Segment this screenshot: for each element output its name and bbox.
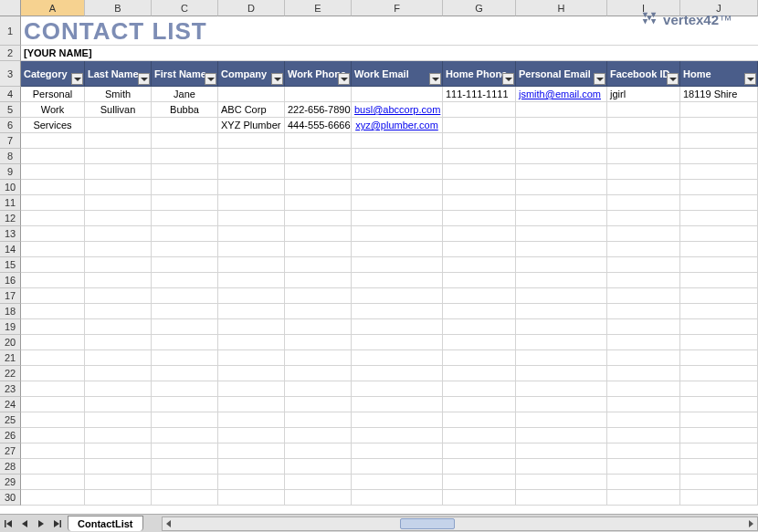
cell[interactable] [218,319,285,335]
cell[interactable] [516,226,607,242]
cell[interactable]: ABC Corp [218,102,285,118]
cell[interactable] [85,412,152,428]
cell[interactable] [443,366,516,381]
cell[interactable] [607,149,680,164]
cell[interactable] [443,195,516,211]
cell[interactable] [218,412,285,428]
cell[interactable] [352,180,443,195]
cell[interactable] [607,102,680,118]
cell[interactable]: XYZ Plumber [218,118,285,133]
column-header[interactable]: C [152,0,218,16]
cell[interactable] [218,242,285,257]
cell[interactable] [607,304,680,319]
cell[interactable] [352,164,443,180]
cell[interactable] [21,459,85,475]
cell[interactable] [285,211,352,226]
cell[interactable] [152,149,218,164]
cell[interactable] [516,16,607,46]
cell[interactable] [218,490,285,506]
cell[interactable] [516,412,607,428]
cell[interactable] [680,459,758,475]
cell[interactable] [443,350,516,366]
cell[interactable] [285,16,352,46]
cell[interactable] [21,397,85,412]
cell[interactable] [152,366,218,381]
cell[interactable]: Jane [152,87,218,102]
cell[interactable] [352,211,443,226]
cell[interactable] [516,288,607,304]
cell[interactable] [85,304,152,319]
cell[interactable] [21,412,85,428]
email-link[interactable]: jsmith@email.com [519,89,601,99]
cell[interactable] [85,381,152,397]
row-header[interactable]: 14 [0,242,21,257]
cell[interactable] [85,164,152,180]
cell[interactable] [152,273,218,288]
cell[interactable] [443,273,516,288]
cell[interactable] [443,46,516,61]
table-column-header[interactable]: Personal Email [516,61,607,87]
cell[interactable] [607,118,680,133]
cell[interactable] [285,319,352,335]
cell[interactable] [21,164,85,180]
cell[interactable] [21,149,85,164]
row-header[interactable]: 2 [0,46,21,61]
cell[interactable] [285,304,352,319]
row-header[interactable]: 1 [0,16,21,46]
cell[interactable] [680,350,758,366]
row-header[interactable]: 5 [0,102,21,118]
cell[interactable] [516,335,607,350]
cell[interactable]: 18119 Shire [680,87,758,102]
cell[interactable] [285,475,352,490]
cell[interactable] [218,226,285,242]
cell[interactable] [607,397,680,412]
cell[interactable] [285,257,352,273]
cell[interactable] [443,180,516,195]
cell[interactable] [516,149,607,164]
cell[interactable] [607,459,680,475]
cell[interactable] [352,242,443,257]
cell[interactable] [285,164,352,180]
column-header[interactable]: H [516,0,607,16]
cell[interactable] [152,335,218,350]
cell[interactable] [85,335,152,350]
cell[interactable] [152,164,218,180]
cell[interactable]: jgirl [607,87,680,102]
cell[interactable] [85,118,152,133]
cell[interactable] [607,475,680,490]
cell[interactable] [285,381,352,397]
cell[interactable] [285,459,352,475]
cell[interactable] [443,335,516,350]
cell[interactable] [152,288,218,304]
cell[interactable] [352,149,443,164]
email-link[interactable]: xyz@plumber.com [355,120,438,130]
cell[interactable] [680,335,758,350]
cell[interactable] [443,288,516,304]
cell[interactable] [218,381,285,397]
email-link[interactable]: busl@abccorp.com [354,104,440,115]
cell[interactable] [85,16,152,46]
cell[interactable] [85,288,152,304]
cell[interactable] [516,381,607,397]
cell[interactable] [152,118,218,133]
cell[interactable] [85,273,152,288]
cell[interactable] [85,319,152,335]
cell[interactable] [352,226,443,242]
cell[interactable] [607,273,680,288]
cell[interactable] [21,195,85,211]
cell[interactable] [607,381,680,397]
cell[interactable] [285,195,352,211]
cell[interactable] [352,475,443,490]
cell[interactable] [218,428,285,443]
cell[interactable] [85,428,152,443]
row-header[interactable]: 9 [0,164,21,180]
row-header[interactable]: 12 [0,211,21,226]
horizontal-scrollbar[interactable] [162,516,759,531]
cell[interactable] [352,288,443,304]
cell[interactable] [152,257,218,273]
row-header[interactable]: 26 [0,428,21,443]
cell[interactable] [152,133,218,149]
cell[interactable] [285,428,352,443]
cell[interactable] [285,87,352,102]
cell[interactable] [352,381,443,397]
